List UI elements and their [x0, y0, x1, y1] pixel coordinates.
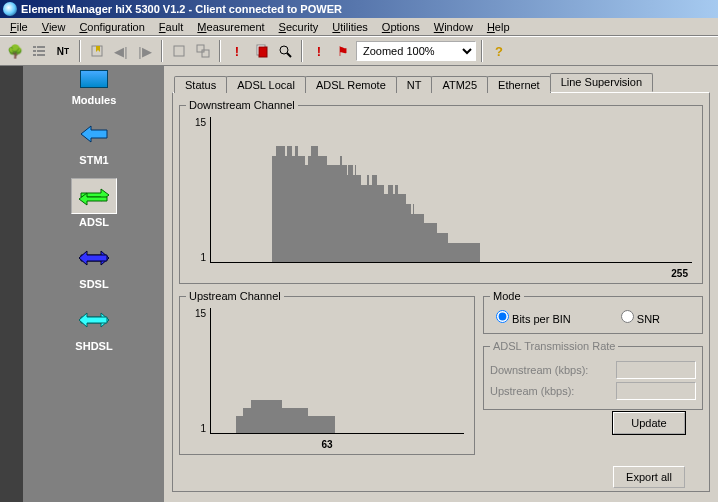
svg-line-13: [287, 53, 291, 57]
go-left-icon[interactable]: ◀|: [110, 40, 132, 62]
x-max-label: 255: [671, 268, 688, 279]
upstream-rate-input: [616, 382, 696, 400]
title-bar: Element Manager hiX 5300 V1.2 - Client c…: [0, 0, 718, 18]
module-shdsl[interactable]: SHDSL: [62, 302, 126, 352]
svg-rect-4: [33, 54, 36, 56]
window-title: Element Manager hiX 5300 V1.2 - Client c…: [21, 3, 342, 15]
downstream-rate-label: Downstream (kbps):: [490, 364, 588, 376]
menu-window[interactable]: Window: [428, 21, 479, 33]
module-label: STM1: [79, 154, 108, 166]
radio-snr-input[interactable]: [621, 310, 634, 323]
plot-area: [210, 117, 692, 263]
shdsl-icon: [71, 302, 117, 338]
modules-sidebar: Modules STM1 ADSL SDSL SHDSL: [24, 66, 164, 502]
svg-rect-11: [259, 47, 267, 57]
menu-configuration[interactable]: Configuration: [73, 21, 150, 33]
rate-fieldset: ADSL Transmission Rate Downstream (kbps)…: [483, 340, 703, 410]
mode-fieldset: Mode Bits per BIN SNR: [483, 290, 703, 334]
svg-rect-2: [33, 50, 36, 52]
tab-ethernet[interactable]: Ethernet: [487, 76, 551, 93]
update-button[interactable]: Update: [613, 412, 685, 434]
zoom-select[interactable]: Zoomed 100%: [356, 41, 476, 61]
alert-red-icon[interactable]: !: [226, 40, 248, 62]
menu-measurement[interactable]: Measurement: [191, 21, 270, 33]
downstream-fieldset: Downstream Channel 15 1 255: [179, 99, 703, 284]
rate-legend: ADSL Transmission Rate: [490, 340, 618, 352]
menu-security[interactable]: Security: [273, 21, 325, 33]
menu-help[interactable]: Help: [481, 21, 516, 33]
tab-adsl-local[interactable]: ADSL Local: [226, 76, 306, 93]
y-axis: 15 1: [186, 308, 208, 434]
alert2-icon[interactable]: !: [308, 40, 330, 62]
downstream-rate-input: [616, 361, 696, 379]
svg-rect-3: [37, 50, 45, 52]
bars-container: [211, 308, 335, 433]
tab-line-supervision[interactable]: Line Supervision: [550, 73, 653, 92]
sidebar-top-icon[interactable]: [80, 70, 108, 88]
tab-status[interactable]: Status: [174, 76, 227, 93]
y-tick-bot: 1: [200, 252, 208, 263]
downstream-legend: Downstream Channel: [186, 99, 298, 111]
y-axis: 15 1: [186, 117, 208, 263]
radio-bits-input[interactable]: [496, 310, 509, 323]
outlook-bar-strip: [0, 66, 24, 502]
stm1-icon: [71, 116, 117, 152]
plot-area: [210, 308, 464, 434]
sdsl-icon: [71, 240, 117, 276]
upstream-chart: 15 1 63: [186, 308, 468, 448]
tab-adsl-remote[interactable]: ADSL Remote: [305, 76, 397, 93]
tab-panel: Downstream Channel 15 1 255 Upstream Cha…: [172, 92, 710, 492]
adsl-icon: [71, 178, 117, 214]
upstream-legend: Upstream Channel: [186, 290, 284, 302]
list-icon[interactable]: [28, 40, 50, 62]
go-right-icon[interactable]: |▶: [134, 40, 156, 62]
help-icon[interactable]: ?: [488, 40, 510, 62]
menu-view[interactable]: View: [36, 21, 72, 33]
module-label: ADSL: [79, 216, 109, 228]
svg-rect-0: [33, 46, 36, 48]
content-panel: Status ADSL Local ADSL Remote NT ATM25 E…: [164, 66, 718, 502]
sidebar-heading: Modules: [72, 94, 117, 106]
svg-rect-7: [174, 46, 184, 56]
app-icon: [3, 2, 17, 16]
tree-icon[interactable]: 🌳: [4, 40, 26, 62]
svg-point-12: [280, 46, 288, 54]
bars-container: [211, 117, 480, 262]
export-all-button[interactable]: Export all: [613, 466, 685, 488]
module-stm1[interactable]: STM1: [62, 116, 126, 166]
y-tick-top: 15: [195, 308, 208, 319]
svg-rect-1: [37, 46, 45, 48]
y-tick-top: 15: [195, 117, 208, 128]
copy-icon[interactable]: [250, 40, 272, 62]
refresh-all-icon[interactable]: [192, 40, 214, 62]
y-tick-bot: 1: [200, 423, 208, 434]
bookmark-icon[interactable]: [86, 40, 108, 62]
menu-bar: File View Configuration Fault Measuremen…: [0, 18, 718, 36]
upstream-fieldset: Upstream Channel 15 1 63: [179, 290, 475, 455]
tab-strip: Status ADSL Local ADSL Remote NT ATM25 E…: [174, 72, 710, 92]
module-label: SHDSL: [75, 340, 112, 352]
toolbar: 🌳 NT ◀| |▶ ! ! ⚑ Zoomed 100% ?: [0, 36, 718, 66]
x-max-label: 63: [321, 439, 332, 450]
downstream-chart: 15 1 255: [186, 117, 696, 277]
tab-atm25[interactable]: ATM25: [431, 76, 488, 93]
module-adsl[interactable]: ADSL: [62, 178, 126, 228]
svg-rect-9: [202, 50, 209, 57]
main-area: Modules STM1 ADSL SDSL SHDSL: [0, 66, 718, 502]
module-sdsl[interactable]: SDSL: [62, 240, 126, 290]
svg-rect-5: [37, 54, 45, 56]
search-icon[interactable]: [274, 40, 296, 62]
radio-snr[interactable]: SNR: [621, 310, 660, 325]
flag-icon[interactable]: ⚑: [332, 40, 354, 62]
menu-utilities[interactable]: Utilities: [326, 21, 373, 33]
mode-legend: Mode: [490, 290, 524, 302]
refresh-node-icon[interactable]: [168, 40, 190, 62]
menu-options[interactable]: Options: [376, 21, 426, 33]
upstream-rate-label: Upstream (kbps):: [490, 385, 574, 397]
tab-nt[interactable]: NT: [396, 76, 433, 93]
svg-rect-8: [197, 45, 204, 52]
menu-fault[interactable]: Fault: [153, 21, 189, 33]
radio-bits-per-bin[interactable]: Bits per BIN: [496, 310, 571, 325]
nt-icon[interactable]: NT: [52, 40, 74, 62]
menu-file[interactable]: File: [4, 21, 34, 33]
